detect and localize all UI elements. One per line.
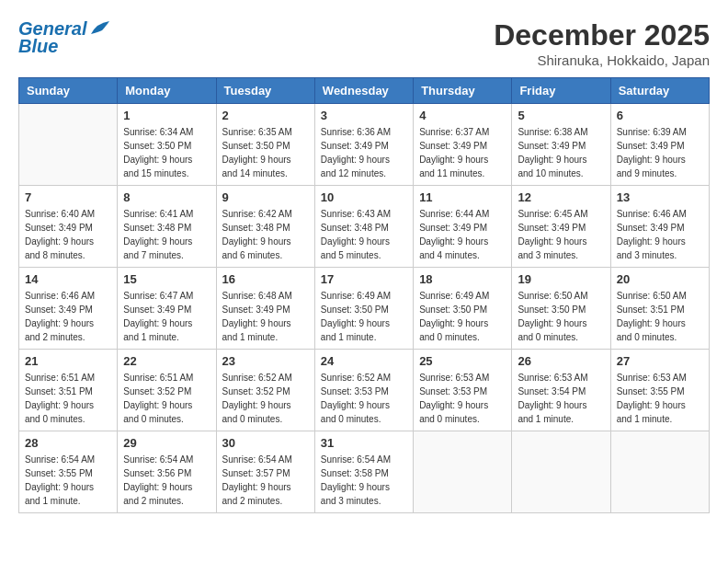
day-info: Sunrise: 6:35 AMSunset: 3:50 PMDaylight:…	[222, 125, 309, 180]
day-number: 8	[123, 190, 210, 204]
day-info: Sunrise: 6:51 AMSunset: 3:52 PMDaylight:…	[123, 371, 210, 426]
day-number: 25	[419, 354, 506, 368]
day-number: 9	[222, 190, 309, 204]
title-block: December 2025 Shiranuka, Hokkaido, Japan	[494, 18, 710, 68]
calendar-cell: 12Sunrise: 6:45 AMSunset: 3:49 PMDayligh…	[512, 186, 610, 268]
calendar-cell: 25Sunrise: 6:53 AMSunset: 3:53 PMDayligh…	[414, 350, 512, 431]
day-info: Sunrise: 6:42 AMSunset: 3:48 PMDaylight:…	[222, 207, 309, 262]
day-number: 30	[222, 436, 309, 450]
calendar-table: SundayMondayTuesdayWednesdayThursdayFrid…	[18, 77, 710, 513]
calendar-cell: 6Sunrise: 6:39 AMSunset: 3:49 PMDaylight…	[610, 104, 709, 186]
day-info: Sunrise: 6:38 AMSunset: 3:49 PMDaylight:…	[518, 125, 604, 180]
day-info: Sunrise: 6:48 AMSunset: 3:49 PMDaylight:…	[222, 289, 309, 344]
calendar-cell: 29Sunrise: 6:54 AMSunset: 3:56 PMDayligh…	[118, 431, 216, 513]
day-info: Sunrise: 6:46 AMSunset: 3:49 PMDaylight:…	[617, 207, 703, 262]
day-number: 11	[419, 190, 506, 204]
calendar-week-1: 1Sunrise: 6:34 AMSunset: 3:50 PMDaylight…	[19, 104, 710, 186]
calendar-cell: 1Sunrise: 6:34 AMSunset: 3:50 PMDaylight…	[118, 104, 216, 186]
day-info: Sunrise: 6:54 AMSunset: 3:58 PMDaylight:…	[321, 453, 407, 508]
calendar-cell: 30Sunrise: 6:54 AMSunset: 3:57 PMDayligh…	[216, 431, 314, 513]
day-number: 16	[222, 272, 309, 286]
day-info: Sunrise: 6:34 AMSunset: 3:50 PMDaylight:…	[123, 125, 210, 180]
day-number: 15	[123, 272, 210, 286]
day-number: 6	[617, 109, 703, 122]
day-number: 27	[617, 354, 703, 368]
day-number: 22	[123, 354, 210, 368]
calendar-cell: 11Sunrise: 6:44 AMSunset: 3:49 PMDayligh…	[414, 186, 512, 268]
calendar-cell: 19Sunrise: 6:50 AMSunset: 3:50 PMDayligh…	[512, 268, 610, 350]
calendar-cell: 5Sunrise: 6:38 AMSunset: 3:49 PMDaylight…	[512, 104, 610, 186]
day-info: Sunrise: 6:52 AMSunset: 3:53 PMDaylight:…	[321, 371, 407, 426]
day-number: 29	[123, 436, 210, 450]
calendar-cell: 31Sunrise: 6:54 AMSunset: 3:58 PMDayligh…	[314, 431, 413, 513]
location: Shiranuka, Hokkaido, Japan	[494, 52, 710, 68]
day-number: 5	[518, 109, 604, 122]
day-info: Sunrise: 6:53 AMSunset: 3:53 PMDaylight:…	[419, 371, 506, 426]
calendar-cell	[19, 104, 118, 186]
day-info: Sunrise: 6:50 AMSunset: 3:50 PMDaylight:…	[518, 289, 604, 344]
day-number: 2	[222, 109, 309, 122]
day-number: 26	[518, 354, 604, 368]
calendar-cell: 8Sunrise: 6:41 AMSunset: 3:48 PMDaylight…	[118, 186, 216, 268]
logo-bird-icon	[89, 21, 109, 38]
day-number: 18	[419, 272, 506, 286]
calendar-cell: 16Sunrise: 6:48 AMSunset: 3:49 PMDayligh…	[216, 268, 314, 350]
day-info: Sunrise: 6:54 AMSunset: 3:57 PMDaylight:…	[222, 453, 309, 508]
calendar-cell	[512, 431, 610, 513]
day-number: 19	[518, 272, 604, 286]
day-info: Sunrise: 6:36 AMSunset: 3:49 PMDaylight:…	[321, 125, 407, 180]
day-info: Sunrise: 6:53 AMSunset: 3:54 PMDaylight:…	[518, 371, 604, 426]
day-info: Sunrise: 6:41 AMSunset: 3:48 PMDaylight:…	[123, 207, 210, 262]
calendar-cell: 22Sunrise: 6:51 AMSunset: 3:52 PMDayligh…	[118, 350, 216, 431]
day-info: Sunrise: 6:47 AMSunset: 3:49 PMDaylight:…	[123, 289, 210, 344]
calendar-cell: 4Sunrise: 6:37 AMSunset: 3:49 PMDaylight…	[414, 104, 512, 186]
calendar-cell: 24Sunrise: 6:52 AMSunset: 3:53 PMDayligh…	[314, 350, 413, 431]
weekday-header-saturday: Saturday	[610, 78, 709, 104]
day-info: Sunrise: 6:37 AMSunset: 3:49 PMDaylight:…	[419, 125, 506, 180]
day-number: 17	[321, 272, 407, 286]
day-info: Sunrise: 6:50 AMSunset: 3:51 PMDaylight:…	[617, 289, 703, 344]
calendar-cell: 13Sunrise: 6:46 AMSunset: 3:49 PMDayligh…	[610, 186, 709, 268]
month-title: December 2025	[494, 18, 710, 52]
day-info: Sunrise: 6:49 AMSunset: 3:50 PMDaylight:…	[419, 289, 506, 344]
day-info: Sunrise: 6:46 AMSunset: 3:49 PMDaylight:…	[25, 289, 111, 344]
weekday-header-wednesday: Wednesday	[314, 78, 413, 104]
calendar-cell: 9Sunrise: 6:42 AMSunset: 3:48 PMDaylight…	[216, 186, 314, 268]
day-number: 14	[25, 272, 111, 286]
page-header: General Blue December 2025 Shiranuka, Ho…	[18, 18, 710, 68]
day-number: 4	[419, 109, 506, 122]
day-info: Sunrise: 6:54 AMSunset: 3:56 PMDaylight:…	[123, 453, 210, 508]
day-number: 1	[123, 109, 210, 122]
day-number: 7	[25, 190, 111, 204]
weekday-header-thursday: Thursday	[414, 78, 512, 104]
day-info: Sunrise: 6:45 AMSunset: 3:49 PMDaylight:…	[518, 207, 604, 262]
day-info: Sunrise: 6:53 AMSunset: 3:55 PMDaylight:…	[617, 371, 703, 426]
calendar-cell: 10Sunrise: 6:43 AMSunset: 3:48 PMDayligh…	[314, 186, 413, 268]
day-number: 23	[222, 354, 309, 368]
weekday-header-row: SundayMondayTuesdayWednesdayThursdayFrid…	[19, 78, 710, 104]
calendar-cell: 7Sunrise: 6:40 AMSunset: 3:49 PMDaylight…	[19, 186, 118, 268]
day-number: 20	[617, 272, 703, 286]
calendar-cell: 28Sunrise: 6:54 AMSunset: 3:55 PMDayligh…	[19, 431, 118, 513]
calendar-cell: 18Sunrise: 6:49 AMSunset: 3:50 PMDayligh…	[414, 268, 512, 350]
calendar-cell: 20Sunrise: 6:50 AMSunset: 3:51 PMDayligh…	[610, 268, 709, 350]
calendar-cell: 15Sunrise: 6:47 AMSunset: 3:49 PMDayligh…	[118, 268, 216, 350]
calendar-cell: 21Sunrise: 6:51 AMSunset: 3:51 PMDayligh…	[19, 350, 118, 431]
weekday-header-friday: Friday	[512, 78, 610, 104]
weekday-header-sunday: Sunday	[19, 78, 118, 104]
calendar-cell: 23Sunrise: 6:52 AMSunset: 3:52 PMDayligh…	[216, 350, 314, 431]
weekday-header-tuesday: Tuesday	[216, 78, 314, 104]
day-info: Sunrise: 6:40 AMSunset: 3:49 PMDaylight:…	[25, 207, 111, 262]
calendar-cell: 3Sunrise: 6:36 AMSunset: 3:49 PMDaylight…	[314, 104, 413, 186]
day-info: Sunrise: 6:43 AMSunset: 3:48 PMDaylight:…	[321, 207, 407, 262]
calendar-week-2: 7Sunrise: 6:40 AMSunset: 3:49 PMDaylight…	[19, 186, 710, 268]
day-info: Sunrise: 6:39 AMSunset: 3:49 PMDaylight:…	[617, 125, 703, 180]
day-number: 13	[617, 190, 703, 204]
calendar-cell: 26Sunrise: 6:53 AMSunset: 3:54 PMDayligh…	[512, 350, 610, 431]
calendar-cell: 2Sunrise: 6:35 AMSunset: 3:50 PMDaylight…	[216, 104, 314, 186]
day-number: 12	[518, 190, 604, 204]
logo: General Blue	[18, 18, 109, 57]
calendar-cell	[610, 431, 709, 513]
logo-blue: Blue	[18, 36, 58, 57]
day-info: Sunrise: 6:52 AMSunset: 3:52 PMDaylight:…	[222, 371, 309, 426]
